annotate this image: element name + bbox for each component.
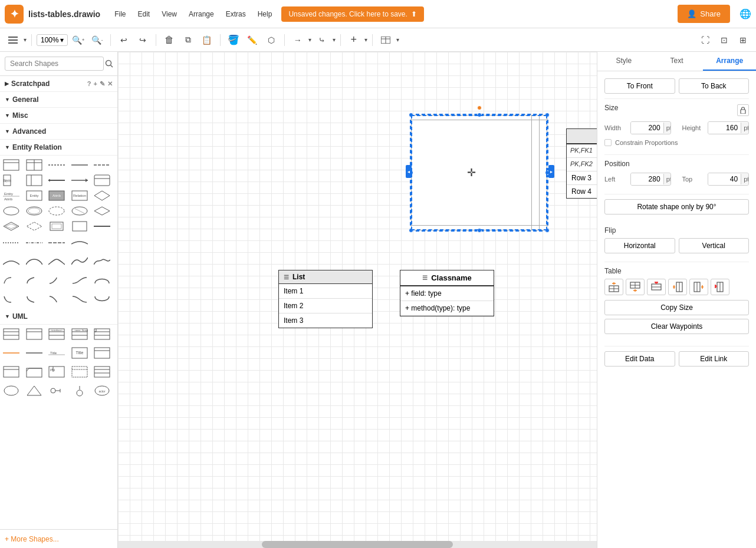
shape-item[interactable] (71, 255, 88, 269)
clear-waypoints-button[interactable]: Clear Waypoints (604, 319, 749, 334)
table-delete-col[interactable] (711, 279, 729, 295)
shape-item[interactable]: Title (71, 346, 88, 360)
shape-item[interactable] (2, 158, 20, 172)
db-row-4[interactable]: Row 4 (567, 185, 597, 198)
delete-btn[interactable]: 🗑 (161, 32, 178, 48)
shape-item[interactable] (2, 204, 20, 218)
shape-item[interactable] (2, 236, 20, 250)
section-general[interactable]: General (0, 92, 117, 108)
zoom-out-btn[interactable]: 🔍- (89, 32, 106, 48)
shape-item[interactable] (93, 255, 111, 269)
shape-item[interactable] (25, 273, 43, 288)
menu-help[interactable]: Help (253, 8, 277, 21)
shape-item[interactable]: pkg (48, 365, 65, 379)
menu-edit[interactable]: Edit (133, 8, 155, 21)
width-input[interactable] (631, 122, 663, 134)
flip-vertical-button[interactable]: Vertical (679, 238, 750, 253)
fill-color-btn[interactable]: 🪣 (225, 32, 242, 48)
shape-item[interactable] (48, 384, 65, 398)
search-icon[interactable] (105, 57, 113, 71)
search-input[interactable] (5, 57, 104, 71)
shape-item[interactable] (25, 204, 43, 218)
shape-item[interactable] (93, 327, 111, 341)
h-scrollbar[interactable] (118, 541, 597, 548)
share-button[interactable]: 👤 Share (678, 5, 730, 23)
lock-proportions-icon[interactable] (737, 104, 749, 116)
sidebar-toggle[interactable] (5, 32, 21, 48)
to-front-button[interactable]: To Front (604, 78, 675, 94)
shape-item[interactable]: Entity (25, 189, 43, 203)
shape-item[interactable]: EntityAttrib (2, 189, 20, 203)
waypoint-btn[interactable]: ⤷ (314, 32, 330, 48)
shape-item[interactable] (93, 273, 111, 288)
flip-horizontal-button[interactable]: Horizontal (604, 238, 675, 253)
add-arrow[interactable]: ▾ (364, 37, 367, 43)
shape-item[interactable]: - name: String (71, 327, 88, 341)
shape-item[interactable] (71, 384, 88, 398)
line-color-btn[interactable]: ✏️ (244, 32, 261, 48)
list-row-3[interactable]: Item 3 (279, 313, 372, 328)
section-entity-relation[interactable]: Entity Relation (0, 140, 117, 156)
shape-item[interactable] (25, 219, 43, 233)
connector-btn[interactable]: → (290, 32, 306, 48)
table-delete-row[interactable] (647, 279, 666, 295)
shape-item[interactable] (48, 273, 65, 288)
handle-br[interactable] (545, 228, 550, 233)
resize-left-handle[interactable]: ◄ (406, 165, 412, 178)
menu-view[interactable]: View (157, 8, 182, 21)
rotate-button[interactable]: Rotate shape only by 90° (604, 199, 749, 214)
canvas[interactable]: ✛ (118, 52, 597, 548)
constrain-checkbox[interactable] (604, 139, 612, 146)
shape-item[interactable]: Title (48, 346, 65, 360)
shape-item[interactable] (71, 219, 88, 233)
shape-item[interactable] (25, 173, 43, 187)
shape-item[interactable] (2, 292, 20, 306)
shape-item[interactable] (48, 173, 65, 187)
shape-item[interactable] (25, 384, 43, 398)
section-misc[interactable]: Misc (0, 108, 117, 124)
class-row-method[interactable]: + method(type): type (400, 301, 494, 316)
tab-style[interactable]: Style (597, 52, 650, 71)
shape-item[interactable] (71, 173, 88, 187)
shape-item[interactable] (25, 365, 43, 379)
paste-btn[interactable]: 📋 (199, 32, 215, 48)
tab-text[interactable]: Text (650, 52, 704, 71)
list-element[interactable]: ☰ List Item 1 Item 2 Item 3 (278, 270, 373, 328)
shape-item[interactable] (2, 255, 20, 269)
handle-bl[interactable] (409, 228, 413, 233)
table-insert-col-left[interactable] (668, 279, 687, 295)
shape-item[interactable] (48, 158, 65, 172)
edit-data-button[interactable]: Edit Data (604, 351, 675, 367)
shape-item[interactable] (71, 365, 88, 379)
shape-item[interactable] (71, 236, 88, 250)
edit-link-button[interactable]: Edit Link (679, 351, 750, 367)
unsaved-banner[interactable]: Unsaved changes. Click here to save. ⬆ (281, 6, 423, 22)
table-btn[interactable] (377, 32, 394, 48)
copy-btn[interactable]: ⧉ (180, 32, 196, 48)
shape-item[interactable]: «interface» (48, 327, 65, 341)
zoom-control[interactable]: 100% ▾ (37, 34, 68, 46)
to-back-button[interactable]: To Back (679, 78, 750, 94)
shape-item[interactable]: Relation (71, 189, 88, 203)
resize-right-handle[interactable]: ► (548, 165, 554, 178)
shape-item[interactable] (71, 273, 88, 288)
add-more-shapes-link[interactable]: + More Shapes... (5, 535, 59, 543)
shape-item[interactable] (93, 189, 111, 203)
shape-item[interactable] (25, 327, 43, 341)
shape-item[interactable] (71, 292, 88, 306)
fit-page-btn[interactable]: ⊡ (716, 32, 732, 48)
redo-btn[interactable]: ↪ (134, 32, 151, 48)
zoom-in-btn[interactable]: 🔍+ (70, 32, 87, 48)
list-row-1[interactable]: Item 1 (279, 284, 372, 299)
top-input[interactable] (708, 173, 741, 185)
handle-tl[interactable] (409, 113, 413, 117)
tab-arrange[interactable]: Arrange (703, 52, 756, 71)
shape-item[interactable] (71, 158, 88, 172)
db-row-2[interactable]: PK,FK2 Row 2 (567, 158, 597, 171)
section-uml[interactable]: UML (0, 309, 117, 325)
shape-item[interactable]: Item (2, 173, 20, 187)
shape-item[interactable] (48, 204, 65, 218)
shape-item[interactable] (93, 365, 111, 379)
copy-size-button[interactable]: Copy Size (604, 300, 749, 315)
shape-item[interactable] (25, 346, 43, 360)
